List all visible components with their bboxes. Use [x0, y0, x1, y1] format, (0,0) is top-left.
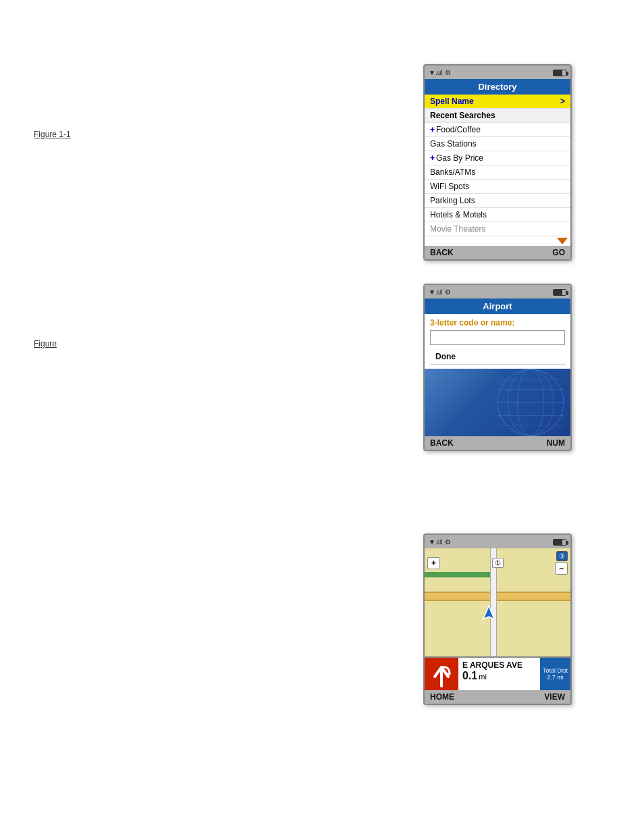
- airport-field-label: 3-letter code or name:: [430, 318, 565, 328]
- view-button[interactable]: VIEW: [544, 692, 565, 702]
- compass-indicator: ③: [556, 551, 568, 561]
- battery-icon-1: [553, 70, 566, 76]
- back-button-1[interactable]: BACK: [430, 248, 454, 257]
- zoom-out-button[interactable]: −: [555, 563, 568, 575]
- home-button[interactable]: HOME: [430, 692, 454, 702]
- airport-content: 3-letter code or name: Done: [425, 314, 570, 369]
- spell-name-label: Spell Name: [430, 97, 474, 106]
- recent-searches-header: Recent Searches: [425, 109, 570, 123]
- total-dist-label: Total Dist: [543, 667, 568, 674]
- status-bar-1: ▼.ul ⚙: [425, 66, 570, 79]
- directory-menu: Spell Name > Recent Searches +Food/Coffe…: [425, 95, 570, 236]
- airport-bottom-bar: BACK NUM: [425, 436, 570, 450]
- battery-icon-3: [553, 539, 566, 546]
- airport-map-svg: [425, 369, 570, 436]
- num-button[interactable]: NUM: [547, 438, 565, 448]
- nav-bottom-bar: HOME VIEW: [425, 690, 570, 704]
- arrow-svg: [479, 604, 498, 623]
- spell-name-item[interactable]: Spell Name >: [425, 95, 570, 109]
- zoom-level-indicator: ①: [492, 558, 504, 568]
- status-bar-3: ▼.ul ⚙: [425, 535, 570, 548]
- svg-marker-8: [483, 606, 494, 619]
- airport-code-input[interactable]: [430, 330, 565, 345]
- navigation-device: ▼.ul ⚙ + ① ③ −: [423, 533, 572, 705]
- status-left-2: ▼.ul ⚙: [429, 288, 451, 296]
- hotels-motels-item[interactable]: Hotels & Motels: [425, 208, 570, 222]
- directory-bottom-bar: BACK GO: [425, 246, 570, 259]
- airport-device: ▼.ul ⚙ Airport 3-letter code or name: Do…: [423, 284, 572, 451]
- movie-theaters-item[interactable]: Movie Theaters: [425, 222, 570, 236]
- map-controls: + ① ③ −: [427, 551, 568, 575]
- navigation-map[interactable]: + ① ③ −: [425, 548, 570, 656]
- figure-label-1: Figure 1-1: [34, 128, 71, 140]
- main-road-horizontal: [425, 592, 570, 601]
- signal-icon-3: ▼.ul: [429, 538, 442, 546]
- battery-2: [553, 288, 566, 295]
- vehicle-arrow: [479, 604, 498, 627]
- nav-info-bar: E ARQUES AVE 0.1 mi Total Dist 2.7 mi: [425, 656, 570, 690]
- wifi-spots-item[interactable]: WiFi Spots: [425, 180, 570, 194]
- figure-label-2: Figure: [34, 338, 57, 350]
- status-left-1: ▼.ul ⚙: [429, 69, 451, 76]
- food-coffee-item[interactable]: +Food/Coffee: [425, 123, 570, 137]
- go-button-1[interactable]: GO: [552, 248, 565, 257]
- status-bar-2: ▼.ul ⚙: [425, 285, 570, 298]
- signal-icon-2: ▼.ul: [429, 288, 442, 296]
- banks-atms-item[interactable]: Banks/ATMs: [425, 165, 570, 180]
- nav-distance-unit: mi: [479, 673, 487, 681]
- food-coffee-plus: +: [430, 125, 435, 134]
- settings-icon-2: ⚙: [445, 288, 451, 296]
- parking-lots-item[interactable]: Parking Lots: [425, 194, 570, 208]
- street-info: E ARQUES AVE 0.1 mi: [458, 658, 540, 690]
- gas-by-price-plus: +: [430, 153, 435, 163]
- airport-title: Airport: [425, 298, 570, 314]
- street-name: E ARQUES AVE: [462, 660, 536, 670]
- gas-stations-item[interactable]: Gas Stations: [425, 137, 570, 151]
- battery-3: [553, 538, 566, 545]
- spell-name-arrow: >: [560, 97, 565, 106]
- zoom-in-button[interactable]: +: [427, 557, 440, 569]
- settings-icon-3: ⚙: [445, 538, 451, 546]
- figure-link-1[interactable]: Figure 1-1: [34, 130, 71, 139]
- figure-link-2[interactable]: Figure: [34, 339, 57, 348]
- scroll-indicator-1: [425, 236, 570, 246]
- airport-map-decoration: [425, 369, 570, 436]
- total-dist-value: 2.7 mi: [543, 674, 568, 681]
- done-button[interactable]: Done: [430, 349, 565, 365]
- nav-distance: 0.1: [462, 670, 477, 682]
- battery-icon-2: [553, 289, 566, 296]
- status-left-3: ▼.ul ⚙: [429, 538, 451, 546]
- gas-by-price-item[interactable]: +Gas By Price: [425, 151, 570, 165]
- back-button-2[interactable]: BACK: [430, 438, 454, 448]
- settings-icon-1: ⚙: [445, 69, 451, 76]
- scroll-down-arrow[interactable]: [557, 238, 568, 244]
- directory-title: Directory: [425, 79, 570, 95]
- directory-device: ▼.ul ⚙ Directory Spell Name > Recent Sea…: [423, 64, 572, 261]
- signal-icon-1: ▼.ul: [429, 69, 442, 76]
- turn-svg: [429, 660, 454, 687]
- turn-arrow: [425, 658, 458, 690]
- battery-1: [553, 68, 566, 76]
- total-distance-box: Total Dist 2.7 mi: [540, 658, 570, 690]
